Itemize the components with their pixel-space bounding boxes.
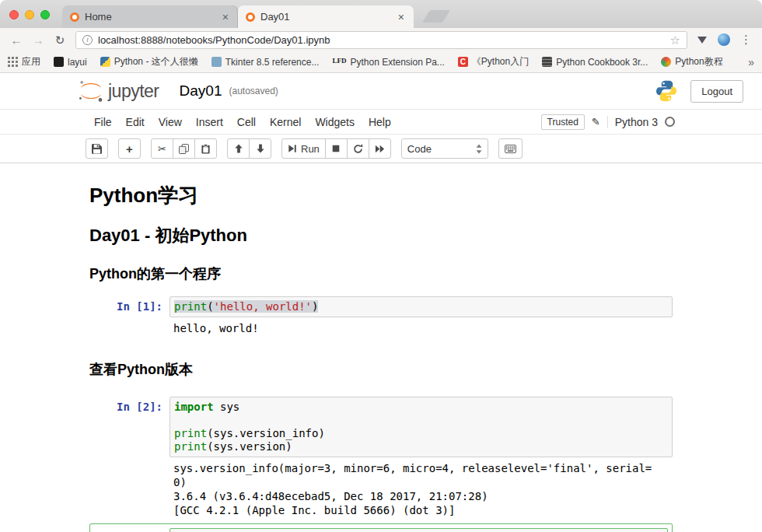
bookmark-cookbook[interactable]: Python Cookbook 3r... <box>542 57 648 68</box>
trusted-badge[interactable]: Trusted <box>541 114 585 130</box>
paste-cell-button[interactable] <box>194 138 217 159</box>
add-cell-button[interactable] <box>118 138 141 159</box>
tabs: Home Day01 <box>0 0 446 28</box>
close-window-button[interactable] <box>9 10 19 19</box>
bookmark-label: Tkinter 8.5 reference... <box>225 57 320 68</box>
bookmark-python-intro[interactable]: C 《Python入门 <box>458 55 529 68</box>
kernel-idle-indicator <box>665 117 675 127</box>
address-bar[interactable]: localhost:8888/notebooks/PythonCode/Day0… <box>75 31 687 49</box>
markdown-heading-4: 查看Python版本 <box>89 362 673 378</box>
logout-button[interactable]: Logout <box>690 80 743 103</box>
empty-code-cell-selected[interactable]: In [ ]: <box>89 523 673 532</box>
bookmark-lfd[interactable]: LFD Python Extension Pa... <box>332 57 444 68</box>
header-right: Logout <box>655 79 743 103</box>
menu-widgets[interactable]: Widgets <box>308 111 362 133</box>
apps-grid-icon <box>8 57 18 67</box>
bookmark-label: layui <box>68 57 87 68</box>
arrow-down-icon <box>256 144 265 153</box>
jupyter-logo-text: jupyter <box>108 81 159 102</box>
code-cell-2[interactable]: In [2]: import sys print(sys.version_inf… <box>89 397 673 457</box>
extension-globe-icon[interactable] <box>718 33 730 46</box>
move-cell-down-button[interactable] <box>249 138 271 159</box>
browser-toolbar: localhost:8888/notebooks/PythonCode/Day0… <box>0 28 762 51</box>
notebook-menubar: File Edit View Insert Cell Kernel Widget… <box>0 109 762 135</box>
menu-insert[interactable]: Insert <box>189 111 230 133</box>
bookmark-label: 应用 <box>22 55 40 68</box>
notebook-title[interactable]: Day01 <box>180 82 222 100</box>
bookmark-label: Python Cookbook 3r... <box>556 57 648 68</box>
bookmarks-overflow-chevron[interactable]: » <box>748 56 754 68</box>
lfd-favicon: LFD <box>332 57 346 67</box>
interrupt-kernel-button[interactable] <box>325 138 348 159</box>
bookmark-tkinter[interactable]: Tkinter 8.5 reference... <box>211 57 320 68</box>
copy-icon <box>179 144 189 154</box>
menu-view[interactable]: View <box>152 111 189 133</box>
bookmark-apps[interactable]: 应用 <box>8 55 40 68</box>
command-palette-button[interactable] <box>498 138 523 159</box>
tab-close-icon[interactable] <box>221 12 230 23</box>
site-info-icon[interactable] <box>82 35 93 45</box>
bookmark-star-icon[interactable] <box>670 34 680 46</box>
tutorial-favicon <box>661 57 671 67</box>
menu-help[interactable]: Help <box>362 111 398 133</box>
autosave-status: (autosaved) <box>229 86 278 96</box>
jupyter-favicon <box>246 12 255 22</box>
menu-file[interactable]: File <box>87 111 119 133</box>
code-input-area[interactable]: import sys print(sys.version_info) print… <box>170 397 673 457</box>
tab-label: Day01 <box>260 11 391 23</box>
traffic-lights <box>9 10 50 19</box>
floppy-icon <box>92 144 102 154</box>
back-button[interactable] <box>7 34 26 46</box>
bookmark-layui[interactable]: layui <box>54 57 87 68</box>
cell-output-2: sys.version_info(major=3, minor=6, micro… <box>89 461 673 517</box>
menu-cell[interactable]: Cell <box>230 111 263 133</box>
cell-type-value: Code <box>407 143 476 155</box>
forward-button[interactable] <box>29 34 47 46</box>
jupyter-favicon <box>70 12 79 22</box>
paste-icon <box>201 144 211 154</box>
keyboard-icon <box>505 145 516 153</box>
code-input-area[interactable] <box>170 528 668 532</box>
tab-label: Home <box>85 11 215 23</box>
menu-kernel[interactable]: Kernel <box>263 111 308 133</box>
step-forward-icon <box>288 144 297 153</box>
tab-home[interactable]: Home <box>62 5 238 28</box>
bookmark-python-tutorial[interactable]: Python教程 <box>661 55 722 68</box>
cell-type-dropdown[interactable]: Code <box>401 138 488 159</box>
arrow-up-icon <box>234 144 243 153</box>
bookmark-label: Python教程 <box>675 55 722 68</box>
restart-run-all-button[interactable] <box>369 138 391 159</box>
menu-edit[interactable]: Edit <box>119 111 152 133</box>
output-prompt-spacer <box>89 321 170 335</box>
tab-day01[interactable]: Day01 <box>238 5 414 28</box>
cut-cell-button[interactable] <box>151 138 173 159</box>
output-prompt-spacer <box>89 461 170 517</box>
tab-close-icon[interactable] <box>397 12 406 23</box>
code-input-area[interactable]: print('hello, world!') <box>170 296 673 317</box>
input-prompt: In [2]: <box>89 397 170 457</box>
zoom-window-button[interactable] <box>40 10 50 19</box>
stop-icon <box>331 144 341 153</box>
layui-favicon <box>54 57 64 67</box>
new-tab-button[interactable] <box>422 10 450 23</box>
url-text[interactable]: localhost:8888/notebooks/PythonCode/Day0… <box>98 34 665 46</box>
minimize-window-button[interactable] <box>25 10 34 19</box>
restart-kernel-button[interactable] <box>347 138 369 159</box>
move-cell-up-button[interactable] <box>227 138 250 159</box>
reload-button[interactable] <box>51 34 69 46</box>
bookmark-python-blog[interactable]: Python - 这个人很懒 <box>100 55 198 68</box>
menubar-right: Trusted Python 3 <box>541 114 675 130</box>
extension-triangle-icon[interactable] <box>697 37 707 44</box>
copy-cell-button[interactable] <box>173 138 195 159</box>
scissors-icon <box>158 143 166 155</box>
browser-menu-icon[interactable] <box>737 33 755 47</box>
cell-output-1: hello, world! <box>89 321 673 335</box>
code-cell-1[interactable]: In [1]: print('hello, world!') <box>89 296 673 317</box>
run-cell-button[interactable]: Run <box>281 138 326 159</box>
jupyter-logo[interactable]: jupyter <box>78 79 159 103</box>
save-button[interactable] <box>86 138 108 159</box>
output-text: sys.version_info(major=3, minor=6, micro… <box>170 461 653 517</box>
bookmark-label: Python Extension Pa... <box>350 57 444 68</box>
python-logo-icon <box>655 79 678 103</box>
c-site-favicon: C <box>458 57 468 67</box>
